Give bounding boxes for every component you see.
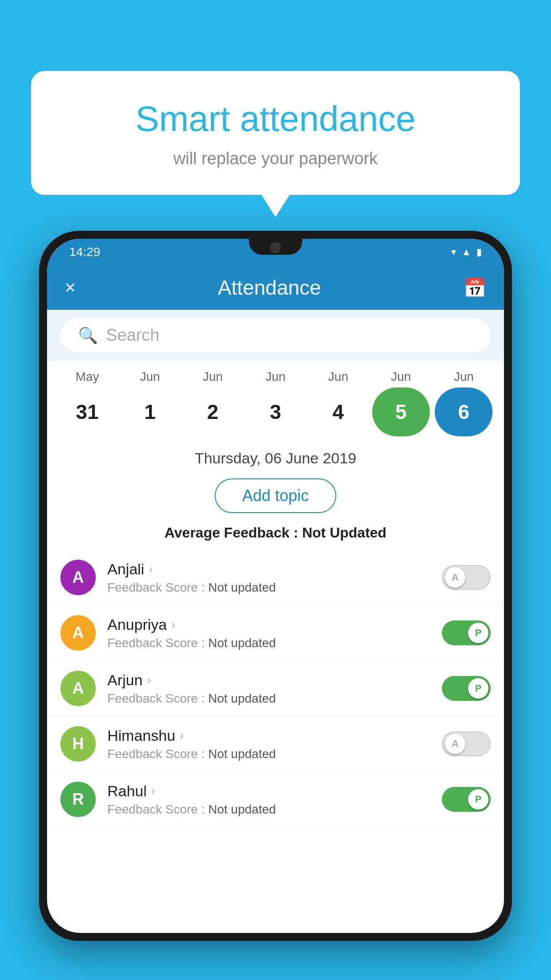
student-info: Himanshu › Feedback Score : Not updated (107, 727, 430, 761)
top-bar: × Attendance 📅 (47, 265, 504, 310)
toggle-thumb: P (468, 678, 488, 699)
student-feedback: Feedback Score : Not updated (107, 636, 430, 650)
wifi-icon: ▾ (451, 246, 456, 258)
cal-day-31[interactable]: 31 (59, 387, 116, 436)
feedback-value: Not updated (208, 747, 276, 761)
feedback-value: Not updated (208, 581, 276, 594)
chevron-right-icon: › (147, 673, 151, 687)
student-info: Arjun › Feedback Score : Not updated (107, 672, 430, 706)
chevron-right-icon: › (171, 618, 175, 632)
status-icons: ▾ ▲ ▮ (451, 246, 482, 258)
student-avatar: H (60, 726, 96, 762)
phone-camera (270, 242, 281, 253)
toggle-thumb: P (468, 623, 488, 643)
cal-day-6[interactable]: 6 (435, 387, 492, 436)
cal-day-1[interactable]: 1 (121, 387, 179, 436)
toggle-thumb: A (445, 734, 465, 754)
search-container: 🔍 Search (47, 310, 504, 361)
cal-month-3: Jun (247, 370, 304, 384)
student-name[interactable]: Anupriya › (107, 616, 430, 633)
chevron-right-icon: › (151, 784, 155, 798)
add-topic-button[interactable]: Add topic (215, 478, 336, 513)
speech-bubble: Smart attendance will replace your paper… (31, 71, 520, 195)
status-time: 14:29 (69, 245, 100, 259)
bubble-subtitle: will replace your paperwork (67, 149, 484, 168)
cal-day-5[interactable]: 5 (372, 387, 430, 436)
promo-section: Smart attendance will replace your paper… (31, 71, 520, 195)
toggle-track: P (442, 620, 491, 645)
page-title: Attendance (218, 276, 321, 300)
attendance-toggle[interactable]: P (442, 620, 491, 645)
student-info: Rahul › Feedback Score : Not updated (107, 782, 430, 817)
student-item: H Himanshu › Feedback Score : Not update… (47, 716, 504, 772)
calendar-days: 31 1 2 3 4 5 6 (56, 387, 495, 436)
student-avatar: A (60, 615, 96, 651)
phone-mockup: 14:29 ▾ ▲ ▮ × Attendance 📅 🔍 Search (39, 231, 512, 980)
toggle-track: A (442, 731, 491, 756)
attendance-toggle[interactable]: P (442, 787, 491, 812)
date-info: Thursday, 06 June 2019 (47, 441, 504, 471)
avg-feedback: Average Feedback : Not Updated (47, 520, 504, 550)
student-item: A Arjun › Feedback Score : Not updated P (47, 661, 504, 716)
avg-feedback-text: Average Feedback : Not Updated (165, 525, 386, 541)
student-name[interactable]: Anjali › (107, 561, 430, 578)
student-name[interactable]: Rahul › (107, 782, 430, 800)
student-item: A Anupriya › Feedback Score : Not update… (47, 605, 504, 661)
search-placeholder: Search (106, 326, 159, 345)
student-list: A Anjali › Feedback Score : Not updated … (47, 550, 504, 827)
student-feedback: Feedback Score : Not updated (107, 581, 430, 595)
cal-month-0: May (59, 370, 116, 384)
toggle-thumb: A (445, 567, 465, 588)
calendar-icon[interactable]: 📅 (463, 277, 486, 299)
cal-day-3[interactable]: 3 (247, 387, 304, 436)
feedback-value: Not updated (208, 636, 276, 650)
signal-icon: ▲ (461, 246, 471, 258)
student-avatar: A (60, 671, 96, 706)
bubble-title: Smart attendance (67, 98, 484, 140)
chevron-right-icon: › (180, 729, 184, 743)
battery-icon: ▮ (476, 246, 482, 258)
chevron-right-icon: › (149, 562, 153, 576)
student-name[interactable]: Arjun › (107, 672, 430, 689)
add-topic-container: Add topic (47, 471, 504, 520)
avg-feedback-value: Not Updated (302, 525, 386, 541)
student-feedback: Feedback Score : Not updated (107, 802, 430, 817)
search-icon: 🔍 (78, 326, 98, 345)
student-item: R Rahul › Feedback Score : Not updated P (47, 772, 504, 827)
cal-month-1: Jun (121, 370, 179, 384)
search-bar[interactable]: 🔍 Search (60, 318, 491, 353)
phone-screen: 14:29 ▾ ▲ ▮ × Attendance 📅 🔍 Search (47, 239, 504, 933)
attendance-toggle[interactable]: P (442, 676, 491, 701)
student-name[interactable]: Himanshu › (107, 727, 430, 744)
attendance-toggle[interactable]: A (442, 565, 491, 590)
attendance-toggle[interactable]: A (442, 731, 491, 756)
calendar-months: May Jun Jun Jun Jun Jun Jun (56, 370, 495, 384)
date-label: Thursday, 06 June 2019 (195, 450, 356, 466)
cal-month-5: Jun (372, 370, 430, 384)
calendar-strip: May Jun Jun Jun Jun Jun Jun 31 1 2 3 4 5… (47, 361, 504, 441)
phone-outer: 14:29 ▾ ▲ ▮ × Attendance 📅 🔍 Search (39, 231, 512, 941)
close-button[interactable]: × (65, 277, 76, 298)
cal-day-4[interactable]: 4 (309, 387, 367, 436)
cal-month-2: Jun (184, 370, 242, 384)
student-avatar: A (60, 560, 96, 595)
toggle-thumb: P (468, 789, 488, 810)
cal-day-2[interactable]: 2 (184, 387, 242, 436)
student-feedback: Feedback Score : Not updated (107, 747, 430, 761)
student-avatar: R (60, 782, 96, 817)
student-item: A Anjali › Feedback Score : Not updated … (47, 550, 504, 605)
cal-month-4: Jun (309, 370, 367, 384)
toggle-track: P (442, 787, 491, 812)
feedback-value: Not updated (208, 802, 276, 816)
toggle-track: A (442, 565, 491, 590)
student-info: Anupriya › Feedback Score : Not updated (107, 616, 430, 650)
student-info: Anjali › Feedback Score : Not updated (107, 561, 430, 595)
cal-month-6: Jun (435, 370, 492, 384)
student-feedback: Feedback Score : Not updated (107, 692, 430, 706)
toggle-track: P (442, 676, 491, 701)
avg-feedback-label: Average Feedback : (165, 525, 302, 541)
feedback-value: Not updated (208, 692, 276, 705)
